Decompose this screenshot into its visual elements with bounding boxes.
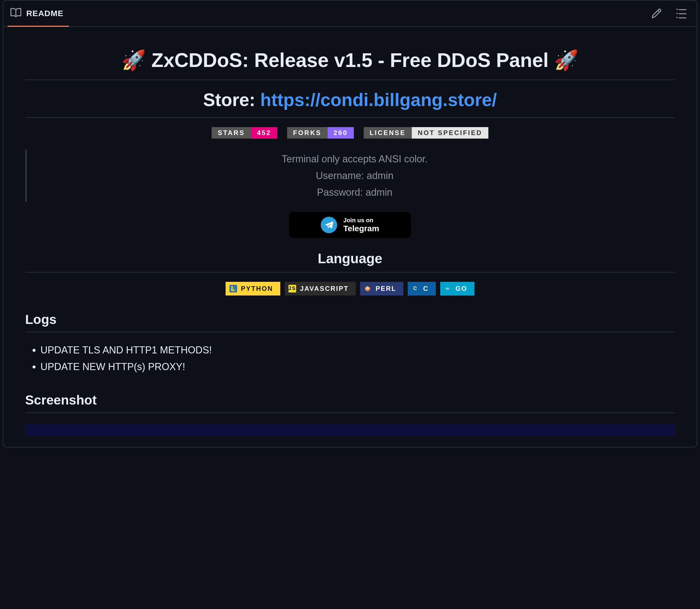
book-icon — [11, 7, 21, 19]
go-icon: ∞ — [444, 285, 452, 293]
tab-bar: README — [3, 1, 697, 27]
rocket-emoji: 🚀 — [554, 49, 579, 71]
list-item: UPDATE NEW HTTP(s) PROXY! — [40, 358, 675, 375]
divider — [25, 413, 675, 413]
divider — [25, 117, 675, 118]
list-item: UPDATE TLS AND HTTP1 METHODS! — [40, 342, 675, 358]
python-icon: 🐍 — [229, 285, 237, 293]
screenshot-image — [25, 424, 675, 436]
outline-button[interactable] — [676, 8, 687, 19]
lang-go-badge[interactable]: ∞ GO — [440, 282, 474, 295]
screenshot-heading: Screenshot — [25, 393, 675, 413]
pencil-icon — [651, 8, 662, 19]
stats-badges: STARS 452 FORKS 260 LICENSE NOT SPECIFIE… — [25, 127, 675, 139]
lang-python-badge[interactable]: 🐍 PYTHON — [226, 282, 280, 295]
store-link[interactable]: https://condi.billgang.store/ — [260, 90, 497, 110]
forks-badge[interactable]: FORKS 260 — [287, 127, 354, 139]
lang-perl-badge[interactable]: 🧅 PERL — [360, 282, 403, 295]
page-title: 🚀 ZxCDDoS: Release v1.5 - Free DDoS Pane… — [25, 49, 675, 80]
logs-heading: Logs — [25, 312, 675, 332]
lang-c-badge[interactable]: C C — [408, 282, 436, 295]
language-heading: Language — [25, 251, 675, 272]
store-heading: Store: https://condi.billgang.store/ — [25, 89, 675, 117]
logs-list: UPDATE TLS AND HTTP1 METHODS! UPDATE NEW… — [25, 342, 675, 375]
javascript-icon: JS — [289, 285, 296, 293]
language-badges: 🐍 PYTHON JS JAVASCRIPT 🧅 PERL C C ∞ GO — [25, 282, 675, 295]
tab-label: README — [26, 9, 64, 18]
rocket-emoji: 🚀 — [121, 49, 146, 71]
edit-button[interactable] — [651, 8, 662, 19]
tab-underline — [8, 26, 69, 27]
divider — [25, 332, 675, 332]
c-icon: C — [411, 285, 419, 293]
telegram-icon — [321, 217, 337, 233]
stars-badge[interactable]: STARS 452 — [212, 127, 277, 139]
license-badge[interactable]: LICENSE NOT SPECIFIED — [364, 127, 488, 139]
perl-icon: 🧅 — [364, 285, 372, 293]
divider — [25, 80, 675, 80]
lang-js-badge[interactable]: JS JAVASCRIPT — [285, 282, 356, 295]
readme-content: 🚀 ZxCDDoS: Release v1.5 - Free DDoS Pane… — [3, 27, 697, 447]
credentials-quote: Terminal only accepts ANSI color. Userna… — [25, 150, 675, 202]
telegram-button[interactable]: Join us on Telegram — [289, 212, 411, 238]
list-icon — [676, 8, 687, 19]
divider — [25, 272, 675, 273]
readme-panel: README 🚀 ZxCDDoS: Release v1.5 - Free DD… — [3, 0, 697, 448]
tab-readme[interactable]: README — [11, 1, 64, 26]
